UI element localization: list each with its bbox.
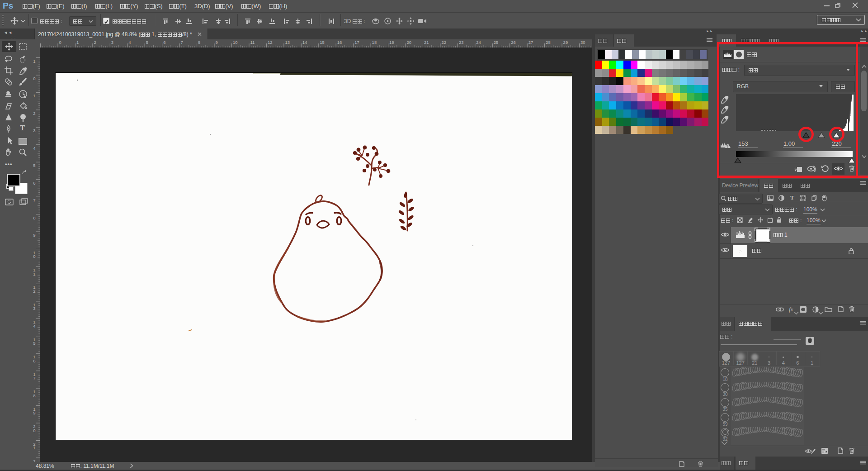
svg-text:1: 1: [76, 40, 79, 45]
svg-text:23: 23: [459, 40, 464, 45]
svg-text:0: 0: [33, 76, 35, 81]
svg-text:9: 9: [216, 40, 218, 45]
svg-text:6: 6: [33, 358, 35, 363]
svg-text:4: 4: [33, 324, 35, 328]
svg-text:5: 5: [146, 40, 148, 45]
svg-text:6: 6: [163, 40, 165, 45]
svg-text:19: 19: [389, 40, 394, 45]
svg-text:7: 7: [33, 198, 35, 203]
svg-text:15: 15: [320, 40, 325, 45]
svg-text:17: 17: [354, 40, 359, 45]
svg-text:5: 5: [33, 163, 35, 168]
svg-text:10: 10: [233, 40, 238, 45]
svg-text:7: 7: [181, 40, 183, 45]
svg-text:24: 24: [476, 40, 481, 45]
svg-text:4: 4: [128, 40, 131, 45]
svg-text:0: 0: [33, 254, 35, 259]
svg-text:21: 21: [424, 40, 429, 45]
svg-text:11: 11: [250, 40, 255, 45]
svg-text:1: 1: [33, 59, 35, 64]
svg-text:25: 25: [494, 40, 499, 45]
svg-text:14: 14: [302, 40, 307, 45]
svg-text:0: 0: [59, 40, 61, 45]
svg-text:16: 16: [337, 40, 342, 45]
svg-text:5: 5: [33, 341, 35, 346]
svg-text:3: 3: [111, 40, 113, 45]
svg-text:4: 4: [33, 146, 35, 151]
svg-text:1: 1: [33, 93, 35, 98]
svg-text:13: 13: [285, 40, 290, 45]
svg-text:27: 27: [528, 40, 533, 45]
svg-text:6: 6: [33, 181, 35, 186]
svg-text:20: 20: [407, 40, 412, 45]
svg-text:2: 2: [94, 40, 96, 45]
svg-text:28: 28: [546, 40, 551, 45]
svg-text:8: 8: [198, 40, 200, 45]
svg-text:1: 1: [33, 271, 35, 276]
svg-text:22: 22: [441, 40, 446, 45]
svg-text:9: 9: [33, 410, 35, 415]
svg-text:3: 3: [33, 306, 35, 311]
svg-text:18: 18: [372, 40, 377, 45]
svg-text:8: 8: [33, 215, 35, 220]
svg-text:12: 12: [268, 40, 273, 45]
svg-text:2: 2: [33, 289, 35, 294]
svg-text:3: 3: [33, 128, 35, 133]
svg-text:2: 2: [33, 459, 35, 462]
svg-text:2: 2: [33, 111, 35, 116]
svg-text:29: 29: [563, 40, 568, 45]
svg-text:8: 8: [33, 393, 35, 398]
svg-text:1: 1: [33, 445, 35, 450]
svg-text:7: 7: [33, 376, 35, 381]
svg-text:9: 9: [33, 233, 35, 238]
svg-text:26: 26: [511, 40, 516, 45]
svg-text:0: 0: [33, 428, 35, 433]
svg-text:30: 30: [580, 40, 585, 45]
